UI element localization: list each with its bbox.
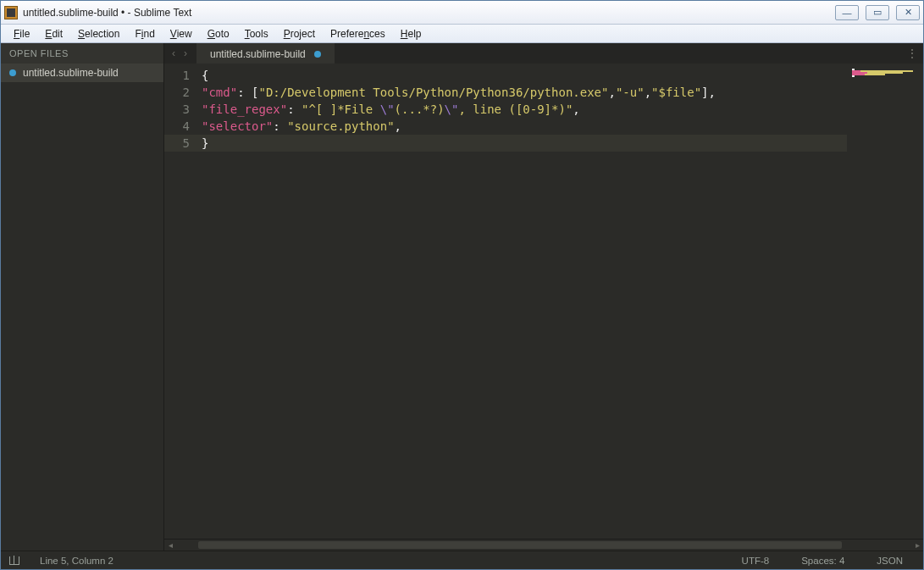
menu-project[interactable]: Project <box>276 25 323 42</box>
scroll-thumb[interactable] <box>198 541 842 549</box>
line-number: 1 <box>164 67 190 84</box>
status-position[interactable]: Line 5, Column 2 <box>28 556 125 566</box>
minimize-button[interactable]: — <box>835 5 859 20</box>
tab-dirty-icon <box>314 51 321 58</box>
status-indent[interactable]: Spaces: 4 <box>789 556 856 566</box>
gutter: 1 2 3 4 5 <box>164 64 198 539</box>
menu-view[interactable]: View <box>163 25 200 42</box>
sidebar: OPEN FILES untitled.sublime-build <box>1 43 164 551</box>
tab-nav-forward[interactable]: › <box>180 43 191 64</box>
menu-find[interactable]: Find <box>127 25 162 42</box>
line-number: 2 <box>164 84 190 101</box>
tabbar: ‹ › untitled.sublime-build ⋮ <box>164 43 923 64</box>
open-file-item[interactable]: untitled.sublime-build <box>1 64 163 82</box>
horizontal-scrollbar[interactable]: ◂ ▸ <box>164 539 923 551</box>
tab-label: untitled.sublime-build <box>210 48 306 60</box>
tab-nav-back[interactable]: ‹ <box>168 43 180 64</box>
menu-file[interactable]: File <box>6 25 37 42</box>
status-syntax[interactable]: JSON <box>865 556 915 566</box>
app-body: OPEN FILES untitled.sublime-build ‹ › un… <box>1 43 923 551</box>
tab-active[interactable]: untitled.sublime-build <box>196 43 335 64</box>
open-files-header: OPEN FILES <box>1 43 163 64</box>
menu-preferences[interactable]: Preferences <box>323 25 393 42</box>
line-number: 5 <box>164 135 198 152</box>
app-icon <box>4 6 18 19</box>
line-number: 3 <box>164 101 190 118</box>
menu-edit[interactable]: Edit <box>37 25 70 42</box>
tab-overflow-button[interactable]: ⋮ <box>906 43 918 64</box>
code-line[interactable]: "selector": "source.python", <box>198 118 847 135</box>
close-button[interactable]: ✕ <box>896 5 920 20</box>
maximize-button[interactable]: ▭ <box>866 5 889 20</box>
menu-help[interactable]: Help <box>393 25 429 42</box>
app-window: untitled.sublime-build • - Sublime Text … <box>0 0 924 570</box>
scroll-left-button[interactable]: ◂ <box>164 540 176 551</box>
status-encoding[interactable]: UTF-8 <box>730 556 782 566</box>
scroll-right-button[interactable]: ▸ <box>911 540 923 551</box>
window-title: untitled.sublime-build • - Sublime Text <box>23 7 835 19</box>
titlebar[interactable]: untitled.sublime-build • - Sublime Text … <box>1 1 923 25</box>
menu-tools[interactable]: Tools <box>237 25 276 42</box>
code-line[interactable]: "cmd": ["D:/Development Tools/Python/Pyt… <box>198 84 847 101</box>
minimap[interactable] <box>847 64 923 539</box>
menu-selection[interactable]: Selection <box>70 25 127 42</box>
code-line[interactable]: { <box>198 67 847 84</box>
code-line[interactable]: } <box>198 135 847 152</box>
menu-goto[interactable]: Goto <box>200 25 237 42</box>
editor[interactable]: 1 2 3 4 5 {"cmd": ["D:/Development Tools… <box>164 64 923 539</box>
code-line[interactable]: "file_regex": "^[ ]*File \"(...*?)\", li… <box>198 101 847 118</box>
open-file-label: untitled.sublime-build <box>23 67 119 79</box>
code-area[interactable]: {"cmd": ["D:/Development Tools/Python/Py… <box>198 64 847 539</box>
line-number: 4 <box>164 118 190 135</box>
statusbar: Line 5, Column 2 UTF-8 Spaces: 4 JSON <box>1 551 923 569</box>
editor-column: ‹ › untitled.sublime-build ⋮ 1 2 3 4 5 {… <box>164 43 923 551</box>
panel-toggle-icon[interactable] <box>9 556 19 565</box>
menubar: File Edit Selection Find View Goto Tools… <box>1 25 923 43</box>
dirty-indicator-icon <box>9 69 16 76</box>
